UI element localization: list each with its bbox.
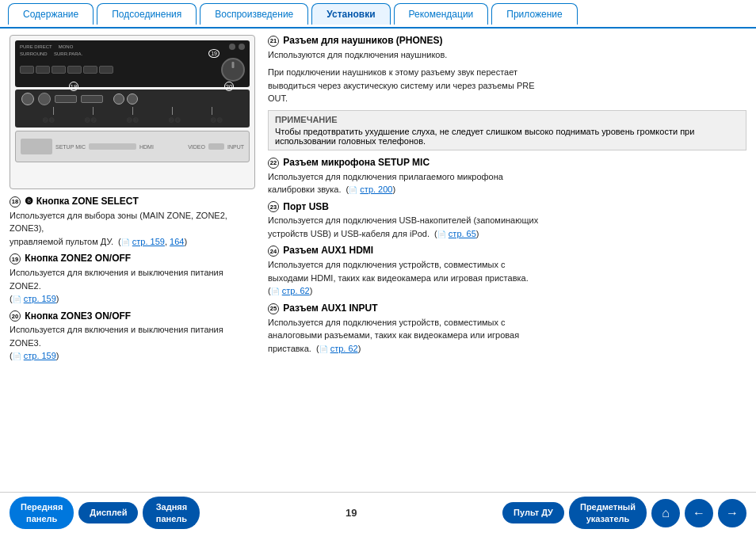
page-icon-24: 📄 xyxy=(271,287,280,295)
btn-index[interactable]: Предметныйуказатель xyxy=(569,497,647,529)
page-icon-25: 📄 xyxy=(319,345,328,353)
bottom-navigation: Передняяпанель Дисплей Задняяпанель 19 П… xyxy=(0,492,756,533)
link-25[interactable]: стр. 62 xyxy=(330,344,358,353)
btn-front-panel[interactable]: Передняяпанель xyxy=(10,497,74,529)
btn-25-group xyxy=(113,93,138,105)
body-23: Используется для подключения USB-накопит… xyxy=(268,214,746,240)
top-navigation: Содержание Подсоединения Воспроизведение… xyxy=(0,0,756,29)
note-title: ПРИМЕЧАНИЕ xyxy=(275,115,739,124)
btn-22-icon xyxy=(38,93,51,105)
body-19: Используется для включения и выключения … xyxy=(10,266,255,306)
tab-settings[interactable]: Установки xyxy=(311,3,390,25)
tab-contents[interactable]: Содержание xyxy=(8,3,94,25)
badge-22: 22 xyxy=(268,158,279,169)
body-22: Используется для подключения прилагаемог… xyxy=(268,170,746,196)
page-icon-20: 📄 xyxy=(13,352,21,360)
tab-recommendations[interactable]: Рекомендации xyxy=(394,3,489,25)
badge-25: 25 xyxy=(268,303,279,314)
device-image: PURE DIRECT MONO SURROUND SURR.PARA. xyxy=(10,35,255,189)
left-text-sections: 18 ❽ Кнопка ZONE SELECT Используется для… xyxy=(10,196,255,363)
link-23[interactable]: стр. 65 xyxy=(449,229,476,238)
heading-23: 23 Порт USB xyxy=(268,201,746,213)
badge-19: 19 xyxy=(10,253,21,265)
tab-appendix[interactable]: Приложение xyxy=(491,3,577,25)
badge-20: 20 xyxy=(10,310,21,322)
btn-home[interactable]: ⌂ xyxy=(651,499,680,527)
page-icon-18: 📄 xyxy=(121,238,130,246)
btn-rear-panel[interactable]: Задняяпанель xyxy=(143,497,200,529)
note-box: ПРИМЕЧАНИЕ Чтобы предотвратить ухудшение… xyxy=(268,110,746,150)
body-21a: Используются для подключения наушников. xyxy=(268,48,746,62)
btn-24-icon xyxy=(81,95,103,103)
btn-21-icon xyxy=(21,93,34,105)
body-18: Используется для выбора зоны (MAIN ZONE,… xyxy=(10,209,255,249)
badge-24: 24 xyxy=(268,246,279,257)
heading-22: 22 Разъем микрофона SETUP MIC xyxy=(268,157,746,169)
heading-19: 19 Кнопка ZONE2 ON/OFF xyxy=(10,253,255,265)
heading-18: 18 ❽ Кнопка ZONE SELECT xyxy=(10,196,255,207)
body-21b: При подключении наушников к этому разъем… xyxy=(268,66,746,105)
forward-arrow-icon: → xyxy=(726,506,739,520)
link-20[interactable]: стр. 159 xyxy=(24,351,56,360)
device-strip: SETUP MIC HDMI VIDEO INPUT xyxy=(15,131,250,162)
link-18-2[interactable]: 164 xyxy=(170,237,184,246)
body-20: Используется для включения и выключения … xyxy=(10,323,255,363)
btn-display[interactable]: Дисплей xyxy=(78,502,138,523)
heading-24: 24 Разъем AUX1 HDMI xyxy=(268,245,746,257)
tab-connections[interactable]: Подсоединения xyxy=(97,3,197,25)
device-image-wrapper: PURE DIRECT MONO SURROUND SURR.PARA. xyxy=(10,35,255,189)
page-number: 19 xyxy=(204,507,498,519)
home-icon: ⌂ xyxy=(662,506,670,520)
btn-remote[interactable]: Пульт ДУ xyxy=(502,502,564,523)
badge-18: 18 xyxy=(10,196,21,207)
btn-back[interactable]: ← xyxy=(685,499,713,527)
link-19[interactable]: стр. 159 xyxy=(24,294,56,303)
right-panel: 21 Разъем для наушников (PHONES) Использ… xyxy=(265,35,746,485)
badge-23: 23 xyxy=(268,201,279,212)
page-icon-19: 📄 xyxy=(13,295,21,303)
heading-21: 21 Разъем для наушников (PHONES) xyxy=(268,35,746,47)
left-panel: PURE DIRECT MONO SURROUND SURR.PARA. xyxy=(10,35,255,485)
back-arrow-icon: ← xyxy=(693,506,705,520)
body-24: Используется для подключения устройств, … xyxy=(268,258,746,298)
heading-20: 20 Кнопка ZONE3 ON/OFF xyxy=(10,310,255,322)
btn-23-icon xyxy=(55,95,77,103)
note-body: Чтобы предотвратить ухудшение слуха, не … xyxy=(275,127,739,146)
body-25: Используется для подключения устройств, … xyxy=(268,316,746,356)
badge-21: 21 xyxy=(268,36,279,47)
btn-forward[interactable]: → xyxy=(718,499,746,527)
link-22[interactable]: стр. 200 xyxy=(360,185,392,194)
tab-playback[interactable]: Воспроизведение xyxy=(200,3,308,25)
link-18-1[interactable]: стр. 159 xyxy=(132,237,165,246)
page-icon-23: 📄 xyxy=(437,230,446,238)
main-content: PURE DIRECT MONO SURROUND SURR.PARA. xyxy=(0,29,756,492)
page-icon-22: 📄 xyxy=(349,186,357,194)
heading-25: 25 Разъем AUX1 INPUT xyxy=(268,303,746,314)
link-24[interactable]: стр. 62 xyxy=(282,286,310,295)
